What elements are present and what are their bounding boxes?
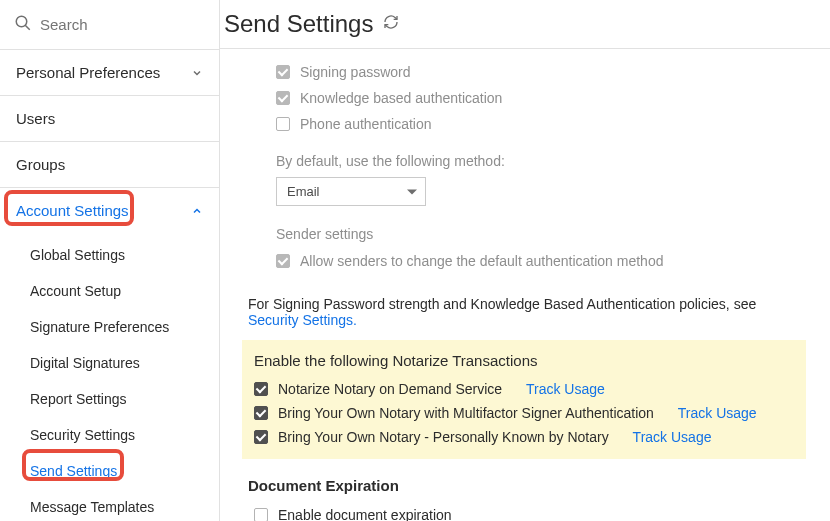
nav-label: Personal Preferences — [16, 64, 160, 81]
opt-enable-expiration[interactable]: Enable document expiration — [248, 502, 806, 521]
opt-byo-known[interactable]: Bring Your Own Notary - Personally Known… — [248, 425, 790, 449]
account-settings-subnav: Global Settings Account Setup Signature … — [0, 233, 219, 521]
nav-label: Account Settings — [16, 202, 129, 219]
chevron-up-icon — [191, 205, 203, 217]
checkbox-icon[interactable] — [254, 430, 268, 444]
nav-account-settings[interactable]: Account Settings — [0, 188, 219, 233]
checkbox-label: Allow senders to change the default auth… — [300, 253, 663, 269]
checkbox-label: Knowledge based authentication — [300, 90, 502, 106]
checkbox-label: Signing password — [300, 64, 411, 80]
nav-label: Users — [16, 110, 55, 127]
main-content: Send Settings Signing password Knowledge… — [220, 0, 830, 521]
checkbox-icon[interactable] — [254, 382, 268, 396]
opt-signing-password[interactable]: Signing password — [276, 59, 806, 85]
opt-notary-on-demand[interactable]: Notarize Notary on Demand Service Track … — [248, 377, 790, 401]
checkbox-label: Notarize Notary on Demand Service — [278, 381, 502, 397]
search-icon — [14, 14, 32, 35]
search-input[interactable] — [40, 16, 203, 33]
policy-note: For Signing Password strength and Knowle… — [248, 296, 806, 328]
checkbox-icon[interactable] — [276, 117, 290, 131]
nav-label: Groups — [16, 156, 65, 173]
opt-byo-multifactor[interactable]: Bring Your Own Notary with Multifactor S… — [248, 401, 790, 425]
subnav-send-settings[interactable]: Send Settings — [0, 453, 219, 489]
checkbox-label: Phone authentication — [300, 116, 432, 132]
checkbox-label: Bring Your Own Notary - Personally Known… — [278, 429, 609, 445]
sender-settings-label: Sender settings — [276, 226, 806, 242]
doc-expiration-heading: Document Expiration — [248, 477, 806, 494]
subnav-account-setup[interactable]: Account Setup — [0, 273, 219, 309]
search-row[interactable] — [0, 0, 219, 50]
svg-line-1 — [25, 25, 30, 30]
checkbox-icon[interactable] — [276, 91, 290, 105]
subnav-message-templates[interactable]: Message Templates — [0, 489, 219, 521]
subnav-signature-preferences[interactable]: Signature Preferences — [0, 309, 219, 345]
svg-point-0 — [16, 16, 27, 27]
checkbox-label: Bring Your Own Notary with Multifactor S… — [278, 405, 654, 421]
nav-personal-preferences[interactable]: Personal Preferences — [0, 50, 219, 96]
track-usage-link[interactable]: Track Usage — [678, 405, 757, 421]
security-settings-link[interactable]: Security Settings. — [248, 312, 357, 328]
default-method-label: By default, use the following method: — [276, 153, 806, 169]
chevron-down-icon — [191, 67, 203, 79]
opt-allow-sender-change[interactable]: Allow senders to change the default auth… — [276, 248, 806, 274]
opt-kba[interactable]: Knowledge based authentication — [276, 85, 806, 111]
checkbox-icon[interactable] — [276, 254, 290, 268]
page-title: Send Settings — [224, 10, 373, 38]
checkbox-icon[interactable] — [276, 65, 290, 79]
checkbox-icon[interactable] — [254, 406, 268, 420]
subnav-report-settings[interactable]: Report Settings — [0, 381, 219, 417]
track-usage-link[interactable]: Track Usage — [633, 429, 712, 445]
subnav-security-settings[interactable]: Security Settings — [0, 417, 219, 453]
notarize-title: Enable the following Notarize Transactio… — [248, 352, 790, 369]
subnav-global-settings[interactable]: Global Settings — [0, 237, 219, 273]
select-value: Email — [287, 184, 320, 199]
checkbox-icon[interactable] — [254, 508, 268, 521]
policy-note-text: For Signing Password strength and Knowle… — [248, 296, 756, 312]
nav-users[interactable]: Users — [0, 96, 219, 142]
nav-groups[interactable]: Groups — [0, 142, 219, 188]
track-usage-link[interactable]: Track Usage — [526, 381, 605, 397]
subnav-digital-signatures[interactable]: Digital Signatures — [0, 345, 219, 381]
refresh-icon[interactable] — [383, 14, 399, 34]
default-method-select[interactable]: Email — [276, 177, 426, 206]
notarize-panel: Enable the following Notarize Transactio… — [242, 340, 806, 459]
opt-phone-auth[interactable]: Phone authentication — [276, 111, 806, 137]
main-body: Signing password Knowledge based authent… — [220, 49, 830, 521]
sidebar: Personal Preferences Users Groups Accoun… — [0, 0, 220, 521]
main-header: Send Settings — [220, 8, 830, 49]
checkbox-label: Enable document expiration — [278, 507, 452, 521]
